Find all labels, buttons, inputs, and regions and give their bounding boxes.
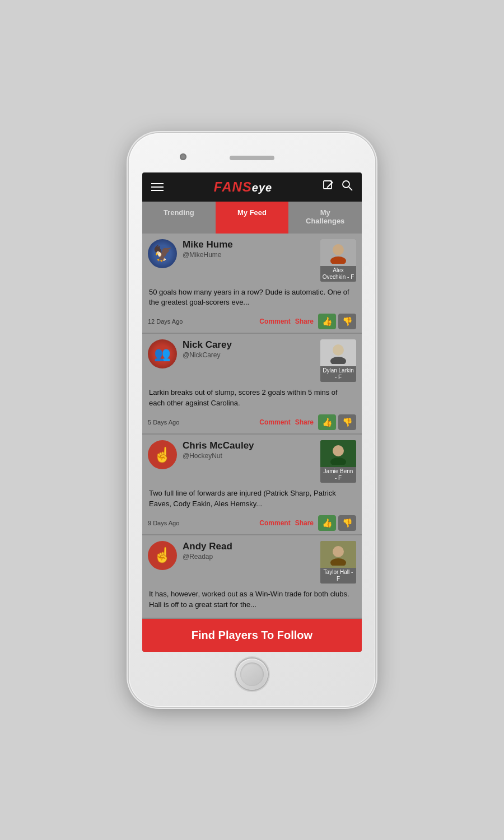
post-content: Two full line of forwards are injured (P… (148, 488, 356, 510)
post-top-row: Andy Read @Readap Taylor Hall - F (148, 541, 356, 584)
compose-icon[interactable] (323, 180, 334, 194)
header-actions (323, 180, 353, 194)
post-content: Larkin breaks out of slump, scores 2 goa… (148, 388, 356, 409)
avatar-mike-hume (148, 239, 177, 268)
post-content: It has, however, worked out as a Win-Win… (148, 589, 356, 610)
tab-myfeed[interactable]: My Feed (216, 202, 289, 234)
player-name-ovechkin: Alex Ovechkin - F (320, 266, 356, 282)
app-logo: FANSeye (214, 179, 272, 195)
player-avatar (320, 541, 356, 568)
tabs-bar: Trending My Feed MyChallenges (142, 202, 362, 234)
phone-speaker (230, 156, 274, 160)
player-avatar (320, 440, 356, 467)
player-avatar (320, 239, 356, 266)
logo-eye: eye (252, 181, 272, 194)
post-chris-mccauley: Chris McCauley @HockeyNut Jamie Benn - F (142, 435, 362, 535)
player-badge-larkin: Dylan Larkin - F (320, 339, 356, 382)
post-user-info: Andy Read @Readap (183, 541, 315, 561)
tab-trending[interactable]: Trending (142, 202, 216, 234)
tab-challenges[interactable]: MyChallenges (288, 202, 362, 234)
post-time: 12 Days Ago (148, 318, 259, 325)
upvote-button[interactable]: 👍 (318, 414, 336, 430)
find-players-button[interactable]: Find Players To Follow (142, 619, 362, 652)
svg-point-5 (333, 244, 344, 255)
post-username: Nick Carey (183, 339, 315, 351)
svg-point-12 (330, 558, 346, 566)
post-andy-read: Andy Read @Readap Taylor Hall - F It (142, 535, 362, 619)
svg-point-8 (330, 357, 346, 364)
share-link[interactable]: Share (295, 318, 314, 325)
hamburger-menu-icon[interactable] (151, 183, 164, 191)
share-link[interactable]: Share (295, 519, 314, 527)
post-handle: @MikeHume (183, 251, 315, 259)
post-handle: @HockeyNut (183, 452, 315, 460)
svg-line-4 (349, 187, 352, 190)
vote-buttons: 👍 👎 (318, 414, 356, 430)
player-avatar (320, 339, 356, 366)
svg-point-9 (333, 445, 344, 456)
post-time: 9 Days Ago (148, 520, 259, 526)
svg-point-7 (333, 344, 344, 356)
svg-point-3 (343, 181, 349, 188)
downvote-button[interactable]: 👎 (338, 314, 356, 329)
player-badge-benn: Jamie Benn - F (320, 440, 356, 483)
home-button-inner (240, 662, 264, 686)
downvote-button[interactable]: 👎 (338, 414, 356, 430)
comment-link[interactable]: Comment (259, 418, 290, 426)
svg-point-10 (330, 458, 346, 465)
post-handle: @NickCarey (183, 351, 315, 359)
post-footer: 12 Days Ago Comment Share 👍 👎 (148, 314, 356, 329)
avatar-andy-read (148, 541, 177, 570)
home-button[interactable] (236, 659, 268, 690)
post-footer: 9 Days Ago Comment Share 👍 👎 (148, 515, 356, 531)
post-nick-carey: Nick Carey @NickCarey Dylan Larkin - F (142, 334, 362, 435)
post-time: 5 Days Ago (148, 419, 259, 426)
upvote-button[interactable]: 👍 (318, 515, 336, 531)
post-handle: @Readap (183, 553, 315, 561)
feed: Mike Hume @MikeHume Alex Ovechkin - F (142, 234, 362, 652)
post-top-row: Mike Hume @MikeHume Alex Ovechkin - F (148, 239, 356, 282)
comment-link[interactable]: Comment (259, 519, 290, 527)
svg-point-6 (330, 256, 346, 264)
phone-top (138, 143, 366, 172)
post-content: 50 goals how many years in a row? Dude i… (148, 287, 356, 309)
share-link[interactable]: Share (295, 418, 314, 426)
avatar-chris-mccauley (148, 440, 177, 469)
player-badge-hall: Taylor Hall - F (320, 541, 356, 584)
search-icon[interactable] (342, 180, 353, 194)
post-footer: 5 Days Ago Comment Share 👍 👎 (148, 414, 356, 430)
player-name-benn: Jamie Benn - F (320, 467, 356, 483)
post-top-row: Chris McCauley @HockeyNut Jamie Benn - F (148, 440, 356, 483)
post-user-info: Nick Carey @NickCarey (183, 339, 315, 359)
phone-bottom (138, 652, 366, 697)
avatar-nick-carey (148, 339, 177, 368)
vote-buttons: 👍 👎 (318, 314, 356, 329)
svg-point-11 (333, 546, 344, 557)
app-header: FANSeye (142, 172, 362, 202)
post-user-info: Chris McCauley @HockeyNut (183, 440, 315, 460)
player-name-hall: Taylor Hall - F (320, 568, 356, 584)
comment-link[interactable]: Comment (259, 318, 290, 325)
phone-camera (180, 153, 186, 160)
downvote-button[interactable]: 👎 (338, 515, 356, 531)
post-mike-hume: Mike Hume @MikeHume Alex Ovechkin - F (142, 234, 362, 334)
vote-buttons: 👍 👎 (318, 515, 356, 531)
phone-screen: FANSeye (142, 172, 362, 652)
logo-fans: FANS (214, 179, 252, 194)
post-user-info: Mike Hume @MikeHume (183, 239, 315, 259)
player-badge-ovechkin: Alex Ovechkin - F (320, 239, 356, 282)
post-username: Mike Hume (183, 239, 315, 250)
upvote-button[interactable]: 👍 (318, 314, 336, 329)
player-name-larkin: Dylan Larkin - F (320, 366, 356, 382)
post-username: Andy Read (183, 541, 315, 552)
post-top-row: Nick Carey @NickCarey Dylan Larkin - F (148, 339, 356, 382)
post-username: Chris McCauley (183, 440, 315, 451)
phone-shell: FANSeye (129, 133, 375, 707)
